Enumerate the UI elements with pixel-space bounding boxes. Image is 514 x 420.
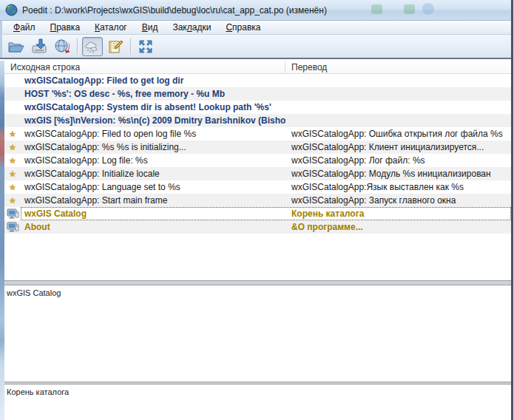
column-header-translation[interactable]: Перевод <box>285 61 511 73</box>
table-row[interactable]: ★wxGISCatalogApp: Log file: %swxGISCatal… <box>4 154 511 167</box>
table-row[interactable]: About&O программе... <box>4 220 511 234</box>
menu-file[interactable]: Файл <box>7 21 42 33</box>
app-item-icon <box>4 220 21 234</box>
row-icon-placeholder <box>4 101 21 114</box>
translation-cell: &O программе... <box>285 222 510 232</box>
open-catalog-button[interactable] <box>6 37 27 56</box>
translation-text-pane[interactable]: Корень каталога <box>4 385 511 420</box>
translation-cell: wxGISCatalogApp: Клиент инициализируется… <box>285 142 510 152</box>
table-row[interactable]: wxGIS CatalogКорень каталога <box>4 207 511 220</box>
table-row[interactable]: wxGISCatalogApp: System dir is absent! L… <box>4 101 511 114</box>
source-cell: wxGISCatalogApp: Language set to %s <box>21 182 285 192</box>
save-catalog-button[interactable] <box>29 37 50 56</box>
table-row[interactable]: wxGISCatalogApp: Filed to get log dir <box>4 74 511 87</box>
save-icon <box>30 38 48 55</box>
title-bar[interactable]: Poedit : D:\work\Projects\wxGIS\build\de… <box>0 0 511 21</box>
row-focus-area: wxGISCatalogApp: System dir is absent! L… <box>21 101 511 114</box>
source-cell: wxGISCatalogApp: Filed to get log dir <box>21 75 285 86</box>
source-cell: wxGISCatalogApp: Filed to open log file … <box>21 129 285 139</box>
row-icon-placeholder <box>4 87 21 101</box>
menu-view[interactable]: Вид <box>135 21 165 33</box>
table-row[interactable]: ★wxGISCatalogApp: %s %s is initializing.… <box>4 140 511 154</box>
fuzzy-cloud-icon <box>84 39 101 54</box>
row-focus-area: About&O программе... <box>21 220 511 234</box>
source-text: wxGIS Catalog <box>7 288 61 297</box>
table-row[interactable]: HOST '%s': OS desc - %s, free memory - %… <box>4 87 511 101</box>
open-folder-icon <box>7 39 25 54</box>
row-focus-area: wxGISCatalogApp: Filed to get log dir <box>21 74 511 87</box>
window-left-border <box>0 61 4 420</box>
entries-list[interactable]: wxGISCatalogApp: Filed to get log dirHOS… <box>4 74 511 280</box>
toolbar-divider <box>0 58 511 59</box>
fullscreen-arrows-icon <box>138 38 154 55</box>
row-focus-area: wxGISCatalogApp: %s %s is initializing..… <box>21 140 511 154</box>
table-row[interactable]: ★wxGISCatalogApp: Start main framewxGISC… <box>4 194 511 207</box>
star-icon: ★ <box>4 180 21 194</box>
star-icon: ★ <box>4 140 21 154</box>
splitter-handle[interactable] <box>4 280 511 285</box>
translation-cell: wxGISCatalogApp:Язык выставлен как %s <box>285 182 510 192</box>
window-title: Poedit : D:\work\Projects\wxGIS\build\de… <box>22 5 327 16</box>
star-icon: ★ <box>4 127 21 140</box>
list-header: Исходная строка Перевод <box>4 61 511 74</box>
ghost-window-icon <box>371 4 382 14</box>
row-focus-area: wxGISCatalogApp: Start main framewxGISCa… <box>21 194 511 207</box>
translation-cell: Корень каталога <box>285 209 510 219</box>
translation-text: Корень каталога <box>7 387 69 396</box>
translation-cell: wxGISCatalogApp: Ошибка открытия лог фай… <box>285 129 510 139</box>
row-focus-area: wxGISCatalogApp: Initialize localewxGISC… <box>21 167 511 180</box>
row-icon-placeholder <box>4 114 21 127</box>
notepad-pencil-icon <box>106 38 124 55</box>
star-icon: ★ <box>4 154 21 167</box>
menu-catalog[interactable]: Каталог <box>88 21 134 33</box>
row-focus-area: wxGIS CatalogКорень каталога <box>21 207 511 220</box>
source-cell: wxGISCatalogApp: Start main frame <box>21 195 285 206</box>
source-cell: wxGISCatalogApp: Initialize locale <box>21 169 285 179</box>
translation-cell: wxGISCatalogApp: Лог файл: %s <box>285 155 510 166</box>
poedit-globe-icon <box>5 4 18 16</box>
star-icon: ★ <box>4 167 21 180</box>
table-row[interactable]: ★wxGISCatalogApp: Filed to open log file… <box>4 127 511 140</box>
toolbar-separator <box>130 38 131 55</box>
row-icon-placeholder <box>4 74 21 87</box>
column-header-source[interactable]: Исходная строка <box>4 61 285 73</box>
row-focus-area: wxGISCatalogApp: Language set to %swxGIS… <box>21 180 511 194</box>
translation-cell: wxGISCatalogApp: Модуль %s инициализиров… <box>285 169 510 179</box>
menu-help[interactable]: Справка <box>219 21 267 33</box>
row-focus-area: wxGIS [%s]\nVersion: %s\n(c) 2009 Dmitry… <box>21 114 511 127</box>
toolbar-separator <box>77 38 78 55</box>
row-focus-area: HOST '%s': OS desc - %s, free memory - %… <box>21 87 511 101</box>
source-cell: About <box>21 222 285 232</box>
row-focus-area: wxGISCatalogApp: Filed to open log file … <box>21 127 511 140</box>
app-item-icon <box>4 207 21 220</box>
table-row[interactable]: ★wxGISCatalogApp: Language set to %swxGI… <box>4 180 511 194</box>
menu-bar: Файл Правка Каталог Вид Закладки Справка <box>0 21 511 35</box>
ghost-window-icon <box>404 4 415 14</box>
fuzzy-toggle-button[interactable] <box>82 37 103 56</box>
poedit-window: Poedit : D:\work\Projects\wxGIS\build\de… <box>0 0 514 420</box>
translation-cell: wxGISCatalogApp: Запуск главного окна <box>285 195 510 206</box>
source-cell: HOST '%s': OS desc - %s, free memory - %… <box>21 89 285 99</box>
row-focus-area: wxGISCatalogApp: Log file: %swxGISCatalo… <box>21 154 511 167</box>
comment-button[interactable] <box>105 37 126 56</box>
toolbar <box>0 35 511 58</box>
star-icon: ★ <box>4 194 21 207</box>
update-catalog-button[interactable] <box>52 37 72 56</box>
globe-sync-icon <box>53 38 71 55</box>
menu-edit[interactable]: Правка <box>44 21 87 33</box>
source-cell: wxGISCatalogApp: System dir is absent! L… <box>21 102 285 112</box>
source-cell: wxGISCatalogApp: %s %s is initializing..… <box>21 142 285 152</box>
source-text-pane[interactable]: wxGIS Catalog <box>4 285 511 382</box>
source-cell: wxGISCatalogApp: Log file: %s <box>21 155 285 166</box>
source-cell: wxGIS Catalog <box>21 209 285 219</box>
table-row[interactable]: wxGIS [%s]\nVersion: %s\n(c) 2009 Dmitry… <box>4 114 511 127</box>
fullscreen-button[interactable] <box>135 37 156 56</box>
ghost-window-icon <box>422 3 434 15</box>
menu-bookmarks[interactable]: Закладки <box>166 21 217 33</box>
table-row[interactable]: ★wxGISCatalogApp: Initialize localewxGIS… <box>4 167 511 180</box>
source-cell: wxGIS [%s]\nVersion: %s\n(c) 2009 Dmitry… <box>21 115 285 126</box>
